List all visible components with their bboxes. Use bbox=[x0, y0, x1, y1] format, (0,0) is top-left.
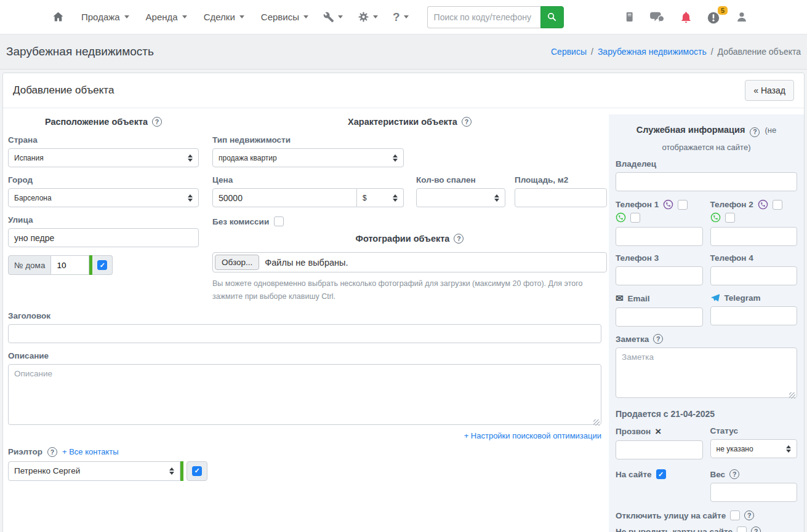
help-icon[interactable]: ? bbox=[729, 469, 739, 479]
journal-icon[interactable] bbox=[624, 10, 635, 23]
telegram-label: Telegram bbox=[725, 293, 761, 303]
phone1-whatsapp-checkbox[interactable] bbox=[630, 213, 640, 223]
house-on-site-checkbox[interactable]: ✓ bbox=[97, 260, 107, 270]
no-files-text: Файлы не выбраны. bbox=[265, 258, 348, 268]
menu-rent[interactable]: Аренда bbox=[146, 12, 187, 22]
select-arrows-icon bbox=[393, 194, 398, 202]
menu-sale[interactable]: Продажа bbox=[81, 12, 129, 22]
service-heading: Служебная информация ? (не отображается … bbox=[616, 122, 797, 156]
telegram-input[interactable] bbox=[710, 306, 798, 325]
help-icon[interactable]: ? bbox=[750, 127, 760, 137]
phone1-viber-checkbox[interactable] bbox=[678, 200, 688, 210]
weight-label: Вес bbox=[710, 470, 726, 479]
title-label: Заголовок bbox=[8, 311, 601, 320]
select-arrows-icon bbox=[188, 154, 193, 162]
photos-file-input[interactable]: Обзор... Файлы не выбраны. bbox=[212, 252, 607, 272]
help-icon[interactable]: ? bbox=[47, 447, 57, 457]
clear-call-icon[interactable]: × bbox=[655, 426, 661, 437]
seo-settings-link[interactable]: + Настройки поисковой оптимизации bbox=[464, 431, 601, 440]
help-icon[interactable]: ? bbox=[152, 117, 162, 127]
description-textarea[interactable] bbox=[8, 364, 601, 425]
phone2-whatsapp-checkbox[interactable] bbox=[725, 213, 735, 223]
help-icon[interactable]: ? bbox=[653, 334, 663, 344]
menu-services[interactable]: Сервисы bbox=[261, 12, 308, 22]
bedrooms-select[interactable] bbox=[416, 188, 505, 207]
email-label: Email bbox=[628, 294, 650, 303]
menu-tools[interactable] bbox=[323, 12, 343, 23]
currency-select[interactable]: $ bbox=[357, 188, 404, 207]
valid-indicator bbox=[180, 461, 183, 481]
email-input[interactable] bbox=[616, 308, 703, 327]
navbar-right-icons: 5 bbox=[624, 10, 807, 25]
breadcrumb-current: Добавление объекта bbox=[718, 47, 801, 57]
characteristics-section: Характеристики объекта ? Тип недвижимост… bbox=[212, 114, 607, 311]
menu-help[interactable]: ? bbox=[393, 10, 409, 24]
city-select[interactable]: Барселона bbox=[8, 188, 199, 207]
whatsapp-icon bbox=[616, 212, 626, 223]
price-input[interactable] bbox=[212, 188, 357, 207]
search-button[interactable] bbox=[540, 6, 564, 28]
phone4-label: Телефон 4 bbox=[710, 253, 798, 263]
user-icon[interactable] bbox=[736, 10, 748, 23]
phone2-input[interactable] bbox=[710, 227, 798, 246]
area-input[interactable] bbox=[515, 188, 607, 207]
top-navbar: Продажа Аренда Сделки Сервисы ? 5 bbox=[0, 0, 807, 34]
help-icon[interactable]: ? bbox=[744, 510, 754, 520]
sale-date-text: Продается с 21-04-2025 bbox=[616, 409, 797, 419]
card-title: Добавление объекта bbox=[13, 84, 114, 97]
on-site-checkbox[interactable]: ✓ bbox=[656, 469, 666, 479]
no-map-label: Не выводить карту на сайте bbox=[616, 527, 733, 532]
description-label: Описание bbox=[8, 351, 601, 360]
chat-icon[interactable] bbox=[649, 10, 665, 24]
street-input[interactable] bbox=[8, 228, 199, 247]
house-number-input[interactable] bbox=[51, 255, 89, 275]
service-info-section: Служебная информация ? (не отображается … bbox=[609, 114, 804, 532]
back-button[interactable]: « Назад bbox=[745, 80, 794, 101]
price-label: Цена bbox=[212, 175, 404, 185]
breadcrumb-foreign-realty[interactable]: Зарубежная недвижимость bbox=[598, 47, 707, 57]
phone4-input[interactable] bbox=[710, 266, 798, 285]
page-title: Зарубежная недвижимость bbox=[6, 45, 154, 58]
missed-events-icon[interactable]: 5 bbox=[707, 10, 721, 25]
browse-button[interactable]: Обзор... bbox=[215, 255, 259, 270]
title-input[interactable] bbox=[8, 324, 601, 343]
help-icon[interactable]: ? bbox=[462, 117, 472, 127]
phone2-viber-checkbox[interactable] bbox=[773, 200, 782, 210]
help-icon[interactable]: ? bbox=[454, 234, 464, 244]
photos-hint: Вы можете одновременно выбрать несколько… bbox=[212, 277, 607, 304]
status-label: Статус bbox=[710, 426, 798, 435]
country-select[interactable]: Испания bbox=[8, 148, 199, 167]
search-input[interactable] bbox=[427, 6, 540, 28]
property-type-select[interactable]: продажа квартир bbox=[212, 148, 404, 167]
owner-input[interactable] bbox=[616, 172, 797, 191]
notification-badge: 5 bbox=[718, 6, 728, 15]
disable-street-checkbox[interactable] bbox=[730, 510, 740, 520]
area-label: Площадь, м2 bbox=[515, 175, 607, 185]
chevron-down-icon bbox=[303, 15, 308, 18]
status-select[interactable]: не указано bbox=[710, 439, 798, 458]
city-label: Город bbox=[8, 175, 199, 185]
help-icon[interactable]: ? bbox=[751, 526, 761, 532]
phone1-input[interactable] bbox=[616, 227, 703, 246]
realtor-select[interactable]: Петренко Сергей bbox=[8, 461, 180, 481]
note-label: Заметка bbox=[616, 335, 649, 344]
note-textarea[interactable] bbox=[616, 347, 797, 398]
weight-input[interactable] bbox=[710, 483, 798, 502]
all-contacts-link[interactable]: + Все контакты bbox=[62, 447, 119, 456]
home-icon[interactable] bbox=[52, 10, 65, 23]
bedrooms-label: Кол-во спален bbox=[416, 175, 505, 185]
no-commission-checkbox[interactable] bbox=[274, 216, 284, 226]
menu-settings[interactable] bbox=[358, 11, 378, 23]
phone3-label: Телефон 3 bbox=[616, 253, 703, 263]
menu-deals[interactable]: Сделки bbox=[204, 12, 244, 22]
call-input[interactable] bbox=[616, 440, 703, 459]
add-object-card: Добавление объекта « Назад Расположение … bbox=[2, 73, 805, 532]
phone3-input[interactable] bbox=[616, 266, 703, 285]
owner-label: Владелец bbox=[616, 159, 797, 169]
bell-icon[interactable] bbox=[680, 10, 693, 24]
viber-icon bbox=[758, 199, 768, 210]
whatsapp-icon bbox=[710, 212, 721, 223]
no-map-checkbox[interactable] bbox=[737, 526, 747, 532]
realtor-checkbox[interactable]: ✓ bbox=[192, 466, 202, 476]
breadcrumb-services[interactable]: Сервисы bbox=[551, 47, 587, 57]
